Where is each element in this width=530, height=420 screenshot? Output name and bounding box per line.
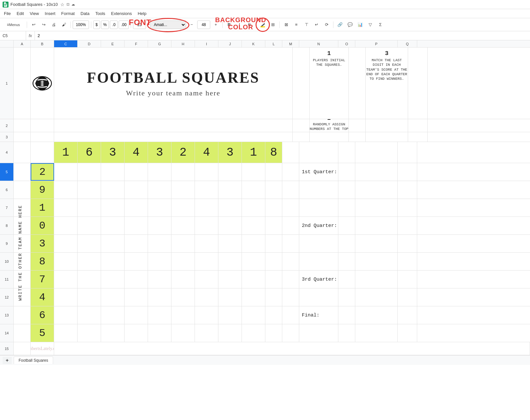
cell-cl2[interactable] <box>54 119 293 132</box>
cell-l7[interactable] <box>265 199 282 217</box>
cell-b7[interactable]: 1 <box>31 199 54 217</box>
cell-m1[interactable] <box>293 48 310 119</box>
row-num-13[interactable]: 13 <box>0 306 14 324</box>
cell-q7[interactable] <box>398 199 417 217</box>
cell-h5[interactable] <box>171 163 195 181</box>
cell-i11[interactable] <box>195 271 218 288</box>
cell-k4[interactable]: 1 <box>242 142 265 163</box>
cell-j8[interactable] <box>218 217 242 234</box>
cell-f6[interactable] <box>125 181 148 199</box>
cell-g8[interactable] <box>148 217 171 234</box>
cell-c4[interactable]: 1 <box>54 142 78 163</box>
cell-reference[interactable]: C5 <box>0 31 26 40</box>
row-num-15[interactable]: 15 <box>0 342 14 355</box>
font-size-small-input[interactable] <box>133 21 146 29</box>
cell-f8[interactable] <box>125 217 148 234</box>
chart-button[interactable]: 📊 <box>356 20 365 29</box>
cell-g13[interactable] <box>148 306 171 324</box>
cell-p5[interactable] <box>355 163 398 181</box>
italic-button[interactable]: I <box>235 20 244 29</box>
cell-h14[interactable] <box>171 324 195 342</box>
row-num-3[interactable]: 3 <box>0 132 14 142</box>
cell-m10[interactable] <box>282 253 299 270</box>
cell-m11[interactable] <box>282 271 299 288</box>
cell-j7[interactable] <box>218 199 242 217</box>
cell-p12[interactable] <box>355 288 398 306</box>
cell-m5[interactable] <box>282 163 299 181</box>
cell-h10[interactable] <box>171 253 195 270</box>
cell-e10[interactable] <box>101 253 125 270</box>
cell-a10[interactable] <box>14 253 31 270</box>
cell-q14[interactable] <box>398 324 417 342</box>
cell-b11[interactable]: 7 <box>31 271 54 288</box>
cell-m3[interactable] <box>293 132 310 142</box>
cell-n13[interactable]: Final: <box>299 306 338 324</box>
cell-d8[interactable] <box>78 217 101 234</box>
cell-o5[interactable] <box>338 163 355 181</box>
merge-cells-button[interactable]: ⊠ <box>282 20 291 29</box>
cell-i8[interactable] <box>195 217 218 234</box>
row-num-2[interactable]: 2 <box>0 119 14 132</box>
cell-e8[interactable] <box>101 217 125 234</box>
font-size-decrease[interactable]: − <box>187 20 196 29</box>
col-header-l[interactable]: L <box>265 40 282 47</box>
cell-c11[interactable] <box>54 271 78 288</box>
cell-g7[interactable] <box>148 199 171 217</box>
cell-j14[interactable] <box>218 324 242 342</box>
cell-c9[interactable] <box>54 235 78 252</box>
cell-a2[interactable] <box>14 119 31 132</box>
valign-button[interactable]: ⊤ <box>302 20 311 29</box>
cell-n6[interactable] <box>299 181 338 199</box>
menu-insert[interactable]: Insert <box>42 10 58 17</box>
cell-g11[interactable] <box>148 271 171 288</box>
cell-f10[interactable] <box>125 253 148 270</box>
function-button[interactable]: Σ <box>376 20 385 29</box>
row-num-12[interactable]: 12 <box>0 288 14 306</box>
cell-k6[interactable] <box>242 181 265 199</box>
cell-f13[interactable] <box>125 306 148 324</box>
menu-format[interactable]: Format <box>59 10 77 17</box>
cell-l5[interactable] <box>265 163 282 181</box>
cell-n2[interactable]: 2 Randomly assign numbers at the top and… <box>310 119 349 132</box>
cell-b3[interactable] <box>31 132 54 142</box>
cell-f4[interactable]: 4 <box>125 142 148 163</box>
cell-j11[interactable] <box>218 271 242 288</box>
percent-button[interactable]: % <box>101 21 109 29</box>
cell-m12[interactable] <box>282 288 299 306</box>
cell-l12[interactable] <box>265 288 282 306</box>
cell-e4[interactable]: 3 <box>101 142 125 163</box>
cell-p13[interactable] <box>355 306 398 324</box>
cell-f5[interactable] <box>125 163 148 181</box>
cell-b2[interactable] <box>31 119 54 132</box>
cell-e12[interactable] <box>101 288 125 306</box>
cell-a7[interactable] <box>14 199 31 217</box>
cell-k12[interactable] <box>242 288 265 306</box>
cell-g10[interactable] <box>148 253 171 270</box>
row-num-1[interactable]: 1 <box>0 48 14 119</box>
cell-k11[interactable] <box>242 271 265 288</box>
cell-p9[interactable] <box>355 235 398 252</box>
row-num-8[interactable]: 8 <box>0 217 14 234</box>
cell-g14[interactable] <box>148 324 171 342</box>
col-header-o[interactable]: O <box>338 40 355 47</box>
cell-p2[interactable] <box>366 119 408 132</box>
bold-button[interactable]: B <box>225 20 234 29</box>
cell-c14[interactable] <box>54 324 78 342</box>
cell-i4[interactable]: 4 <box>195 142 218 163</box>
cell-o1[interactable] <box>349 48 366 119</box>
cell-e5[interactable] <box>101 163 125 181</box>
col-header-k[interactable]: K <box>242 40 265 47</box>
cell-j9[interactable] <box>218 235 242 252</box>
cell-q10[interactable] <box>398 253 417 270</box>
menu-view[interactable]: View <box>27 10 41 17</box>
row-num-14[interactable]: 14 <box>0 324 14 342</box>
cell-i5[interactable] <box>195 163 218 181</box>
font-selector[interactable]: Amati... <box>150 21 186 29</box>
cell-j10[interactable] <box>218 253 242 270</box>
cell-m4[interactable] <box>282 142 299 163</box>
cell-i7[interactable] <box>195 199 218 217</box>
sheet-tab-1[interactable]: Football Squares <box>14 357 53 364</box>
cell-i13[interactable] <box>195 306 218 324</box>
cell-d12[interactable] <box>78 288 101 306</box>
row-num-4[interactable]: 4 <box>0 142 14 163</box>
